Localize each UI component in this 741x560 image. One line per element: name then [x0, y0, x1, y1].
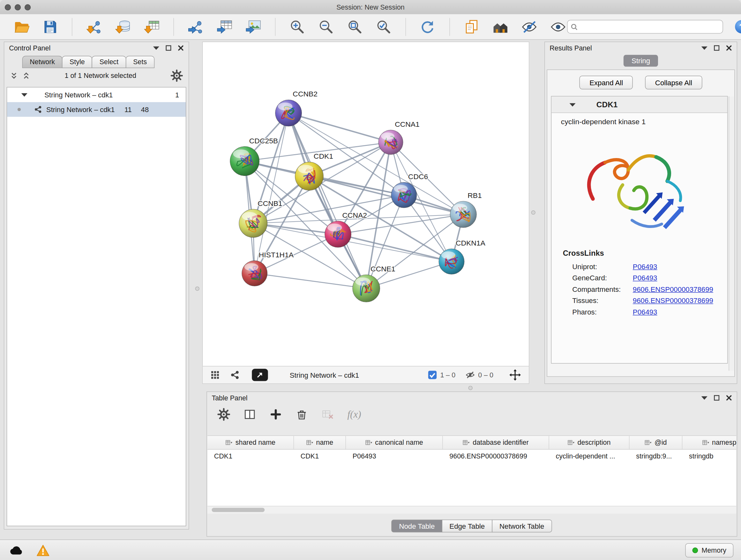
current-network-indicator: [17, 108, 21, 111]
network-collection-row[interactable]: String Network – cdk1 1: [7, 87, 186, 102]
scrollbar-thumb[interactable]: [212, 508, 265, 512]
edge-HIST1H1A-CCNE1[interactable]: [255, 273, 366, 288]
selected-checkbox-icon[interactable]: [427, 370, 437, 380]
expand-all-networks-icon[interactable]: [22, 71, 30, 79]
fit-content-icon[interactable]: [346, 18, 364, 36]
column-header-name[interactable]: name: [294, 436, 346, 449]
refresh-view-icon[interactable]: [419, 18, 436, 36]
show-all-icon[interactable]: [549, 18, 567, 36]
node-label: CCNB1: [258, 199, 282, 207]
hide-selected-icon[interactable]: [520, 18, 538, 36]
crosslink-value[interactable]: P06493: [633, 273, 657, 282]
column-header-canonical-name[interactable]: canonical name: [346, 436, 443, 449]
panel-float-icon[interactable]: [714, 395, 720, 401]
column-header-database-identifier[interactable]: database identifier: [443, 436, 549, 449]
panel-float-icon[interactable]: [714, 45, 720, 51]
node-CCNB2[interactable]: CCNB2: [275, 90, 318, 126]
zoom-out-icon[interactable]: [317, 18, 335, 36]
node-CCNE1[interactable]: CCNE1: [353, 265, 395, 302]
expand-all-button[interactable]: Expand All: [580, 76, 633, 89]
table-hscrollbar[interactable]: [207, 506, 736, 514]
tab-select[interactable]: Select: [92, 56, 126, 68]
splitter-handle[interactable]: [531, 210, 535, 214]
tab-string[interactable]: String: [623, 55, 658, 67]
minimize-window-button[interactable]: [15, 4, 21, 10]
tab-network-table[interactable]: Network Table: [492, 519, 552, 532]
crosslink-value[interactable]: 9606.ENSP00000378699: [633, 285, 713, 293]
entry-collapse-icon[interactable]: [569, 102, 576, 108]
tab-node-table[interactable]: Node Table: [392, 519, 442, 532]
detach-view-button[interactable]: [252, 369, 268, 381]
gene-entry-header[interactable]: CDK1: [551, 97, 727, 113]
node-CCNB1[interactable]: CCNB1: [239, 199, 282, 238]
close-window-button[interactable]: [5, 4, 11, 10]
node-CDK1[interactable]: CDK1: [295, 152, 333, 190]
import-network-from-database-icon[interactable]: [114, 18, 132, 36]
panel-float-icon[interactable]: [165, 45, 172, 51]
network-canvas[interactable]: CCNB2CCNA1CDC25BCDK1CDC6RB1CCNB1CCNA2CDK…: [203, 42, 529, 367]
node-label: RB1: [468, 191, 482, 199]
table-options-gear-icon[interactable]: [217, 408, 230, 421]
network-view-toolbar: String Network – cdk1 1 – 0 0 – 0: [203, 366, 529, 383]
column-header-namespace[interactable]: namespace: [682, 436, 736, 449]
column-header-shared-name[interactable]: shared name: [207, 436, 294, 449]
save-session-icon[interactable]: [41, 18, 59, 36]
network-overview-icon[interactable]: [230, 370, 240, 380]
table-header-row: shared namenamecanonical namedatabase id…: [207, 436, 736, 449]
node-CDKN1A[interactable]: CDKN1A: [439, 239, 485, 274]
fit-selected-icon[interactable]: [509, 369, 522, 381]
tab-network[interactable]: Network: [22, 56, 63, 68]
crosslink-value[interactable]: P06493: [633, 307, 657, 315]
node-CCNA1[interactable]: CCNA1: [379, 120, 420, 154]
delete-column-icon[interactable]: [295, 408, 308, 421]
column-header--id[interactable]: @id: [630, 436, 683, 449]
first-neighbors-icon[interactable]: [491, 18, 509, 36]
results-scrollbar[interactable]: [729, 97, 734, 371]
clone-network-icon[interactable]: [463, 18, 481, 36]
table-row[interactable]: CDK1CDK1P064939606.ENSP00000378699cyclin…: [207, 449, 736, 462]
cloud-icon[interactable]: [9, 543, 24, 557]
panel-close-icon[interactable]: [178, 45, 184, 51]
birdseye-grid-icon[interactable]: [210, 370, 220, 380]
collapse-all-networks-icon[interactable]: [10, 71, 18, 79]
panel-close-icon[interactable]: [726, 395, 732, 401]
node-RB1[interactable]: RB1: [450, 191, 482, 228]
show-columns-icon[interactable]: [244, 408, 256, 421]
search-input[interactable]: [567, 20, 723, 34]
help-icon[interactable]: ?: [732, 18, 741, 36]
crosslink-value[interactable]: 9606.ENSP00000378699: [633, 296, 713, 304]
collapse-all-button[interactable]: Collapse All: [645, 76, 702, 89]
network-options-gear-icon[interactable]: [171, 70, 183, 82]
tab-style[interactable]: Style: [62, 56, 92, 68]
node-CDC6[interactable]: CDC6: [391, 172, 428, 208]
tab-sets[interactable]: Sets: [126, 56, 154, 68]
network-tree: String Network – cdk1 1 String Network –…: [7, 87, 186, 526]
export-image-icon[interactable]: [245, 18, 262, 36]
collection-collapse-icon[interactable]: [21, 91, 27, 98]
open-session-icon[interactable]: [12, 18, 30, 36]
panel-menu-icon[interactable]: [701, 395, 708, 401]
splitter-handle[interactable]: [195, 287, 199, 291]
panel-close-icon[interactable]: [726, 45, 732, 51]
export-network-icon[interactable]: [187, 18, 205, 36]
add-column-icon[interactable]: [269, 408, 282, 421]
edge-CCNB2-CCNA1[interactable]: [288, 113, 391, 142]
column-header-description[interactable]: description: [549, 436, 630, 449]
splitter-handle[interactable]: [468, 386, 473, 390]
panel-menu-icon[interactable]: [153, 45, 159, 51]
import-network-from-file-icon[interactable]: [85, 18, 103, 36]
memory-button[interactable]: Memory: [685, 543, 734, 557]
zoom-window-button[interactable]: [24, 4, 30, 10]
crosslink-value[interactable]: P06493: [633, 262, 657, 270]
panel-menu-icon[interactable]: [701, 45, 708, 51]
zoom-selected-icon[interactable]: [375, 18, 393, 36]
edge-CCNB2-CCNE1[interactable]: [288, 113, 366, 288]
tab-edge-table[interactable]: Edge Table: [442, 519, 492, 532]
warning-icon[interactable]: [35, 543, 51, 557]
network-row[interactable]: String Network – cdk1 11 48: [7, 102, 186, 117]
import-table-from-file-icon[interactable]: [143, 18, 160, 36]
node-HIST1H1A[interactable]: HIST1H1A: [242, 251, 294, 286]
export-table-icon[interactable]: [215, 18, 233, 36]
control-panel-header: Control Panel: [4, 42, 189, 54]
zoom-in-icon[interactable]: [288, 18, 306, 36]
